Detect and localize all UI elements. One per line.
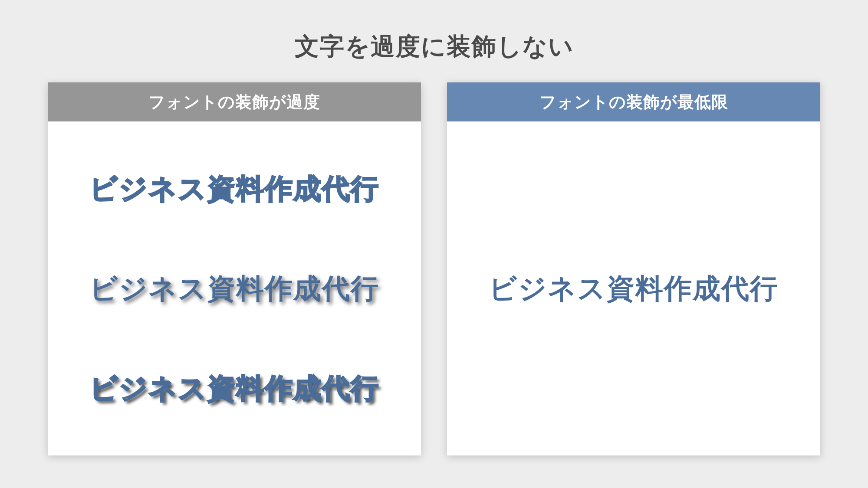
panel-excessive: フォントの装飾が過度 ビジネス資料作成代行 ビジネス資料作成代行 ビジネス資料作…	[48, 82, 421, 455]
panel-excessive-header: フォントの装飾が過度	[48, 82, 421, 121]
sample-plain-text: ビジネス資料作成代行	[489, 270, 779, 308]
panel-minimal-body: ビジネス資料作成代行	[447, 121, 820, 455]
panel-minimal: フォントの装飾が最低限 ビジネス資料作成代行	[447, 82, 820, 455]
slide-title: 文字を過度に装飾しない	[0, 30, 868, 63]
panel-minimal-header: フォントの装飾が最低限	[447, 82, 820, 121]
sample-outlined-text: ビジネス資料作成代行	[89, 170, 379, 208]
comparison-panels: フォントの装飾が過度 ビジネス資料作成代行 ビジネス資料作成代行 ビジネス資料作…	[0, 82, 868, 455]
sample-outline-shadow-text: ビジネス資料作成代行	[89, 370, 379, 407]
sample-shadow-text: ビジネス資料作成代行	[89, 270, 379, 308]
panel-excessive-body: ビジネス資料作成代行 ビジネス資料作成代行 ビジネス資料作成代行	[48, 121, 421, 455]
